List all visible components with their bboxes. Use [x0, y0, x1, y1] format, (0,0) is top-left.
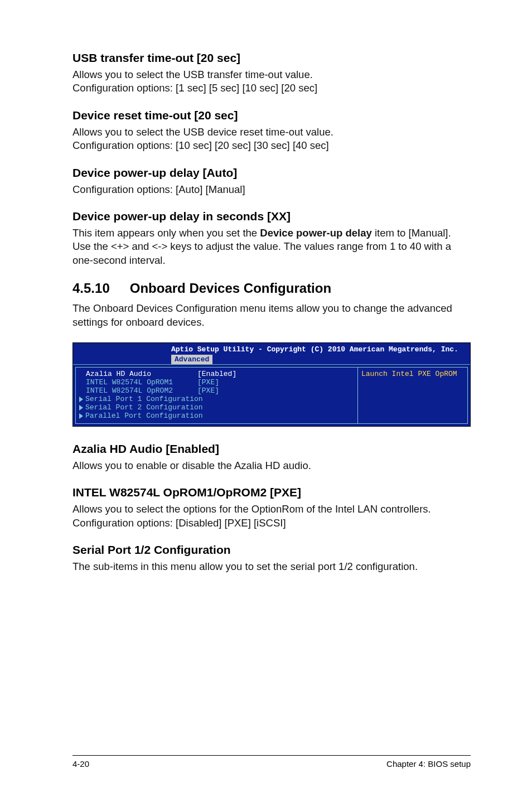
bios-sub-serial2: Serial Port 2 Configuration	[86, 403, 354, 412]
bios-val: [PXE]	[197, 386, 219, 395]
heading-power-delay-seconds: Device power-up delay in seconds [XX]	[72, 210, 471, 223]
section-intro: The Onboard Devices Configuration menu i…	[72, 302, 471, 329]
bios-key: Azalia HD Audio	[86, 370, 197, 378]
bios-key: INTEL W82574L OpROM2	[86, 386, 197, 395]
bios-val: [PXE]	[197, 378, 219, 386]
text-bold: Device power-up delay	[260, 227, 371, 239]
heading-serial-port: Serial Port 1/2 Configuration	[72, 543, 471, 557]
para-serial-port: The sub-items in this menu allow you to …	[72, 560, 471, 573]
heading-device-reset: Device reset time-out [20 sec]	[72, 109, 471, 122]
section-title: Onboard Devices Configuration	[130, 281, 331, 296]
bios-screenshot: Aptio Setup Utility - Copyright (C) 2010…	[72, 342, 471, 427]
bios-sub-serial1: Serial Port 1 Configuration	[86, 395, 354, 403]
page-number: 4-20	[72, 759, 89, 769]
heading-power-delay: Device power-up delay [Auto]	[72, 166, 471, 180]
bios-sub-label: Serial Port 1 Configuration	[85, 395, 203, 403]
bios-val: [Enabled]	[197, 370, 236, 378]
section-number: 4.5.10	[72, 281, 110, 296]
text-pre: This item appears only when you set the	[72, 227, 260, 239]
bios-sub-parallel: Parallel Port Configuration	[86, 412, 354, 420]
heading-oprom: INTEL W82574L OpROM1/OpROM2 [PXE]	[72, 486, 471, 499]
triangle-icon	[79, 397, 83, 402]
para-usb-transfer: Allows you to select the USB transfer ti…	[72, 68, 471, 95]
bios-sub-label: Parallel Port Configuration	[85, 412, 203, 420]
bios-help-pane: Launch Intel PXE OpROM	[357, 367, 468, 424]
bios-title: Aptio Setup Utility - Copyright (C) 2010…	[171, 345, 458, 354]
bios-row-azalia: Azalia HD Audio [Enabled]	[86, 370, 354, 378]
bios-key: INTEL W82574L OpROM1	[86, 378, 197, 386]
para-power-delay: Configuration options: [Auto] [Manual]	[72, 183, 471, 196]
heading-azalia: Azalia HD Audio [Enabled]	[72, 442, 471, 456]
para-device-reset: Allows you to select the USB device rese…	[72, 125, 471, 153]
para-power-delay-seconds: This item appears only when you set the …	[72, 226, 471, 267]
bios-row-oprom1: INTEL W82574L OpROM1 [PXE]	[86, 378, 354, 386]
bios-row-oprom2: INTEL W82574L OpROM2 [PXE]	[86, 386, 354, 395]
bios-tab-advanced: Advanced	[171, 355, 212, 364]
heading-usb-transfer: USB transfer time-out [20 sec]	[72, 51, 471, 65]
para-oprom: Allows you to select the options for the…	[72, 503, 471, 530]
bios-sub-label: Serial Port 2 Configuration	[85, 403, 203, 412]
bios-help-text: Launch Intel PXE OpROM	[361, 370, 457, 378]
section-heading: 4.5.10Onboard Devices Configuration	[72, 281, 471, 296]
triangle-icon	[79, 405, 83, 410]
chapter-label: Chapter 4: BIOS setup	[386, 759, 471, 769]
triangle-icon	[79, 413, 83, 419]
para-azalia: Allows you to enable or disable the Azal…	[72, 459, 471, 472]
page-footer: 4-20 Chapter 4: BIOS setup	[72, 755, 471, 769]
